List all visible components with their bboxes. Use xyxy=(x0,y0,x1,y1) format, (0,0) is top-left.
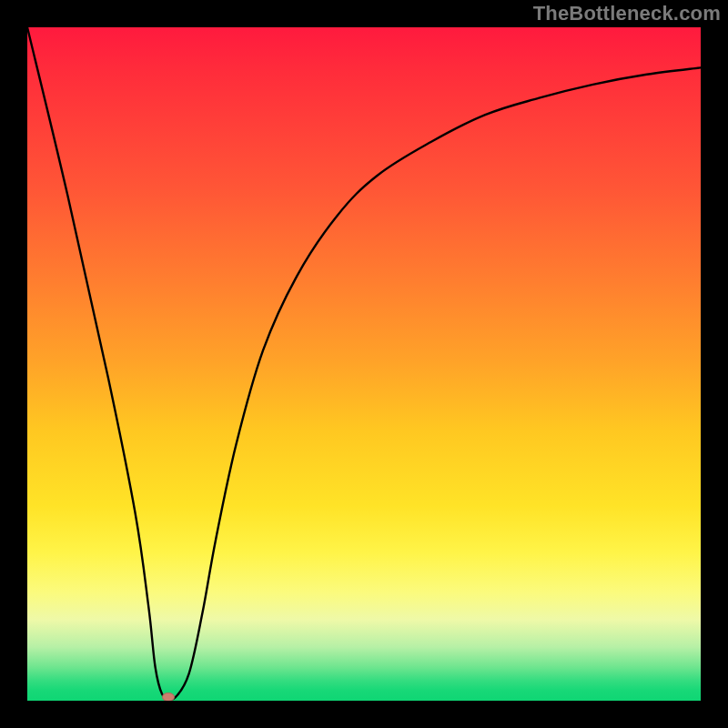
curve-layer xyxy=(27,27,701,701)
bottleneck-curve xyxy=(27,27,701,700)
watermark-label: TheBottleneck.com xyxy=(533,2,721,25)
optimal-point-marker xyxy=(162,693,175,701)
plot-area xyxy=(27,27,701,701)
chart-frame: TheBottleneck.com xyxy=(0,0,728,728)
